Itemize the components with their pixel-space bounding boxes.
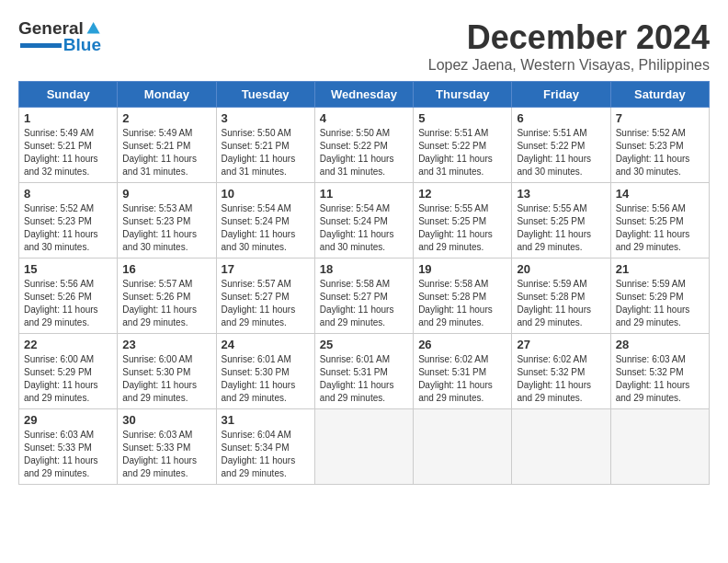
calendar-table: SundayMondayTuesdayWednesdayThursdayFrid… <box>18 81 710 485</box>
logo: General Blue <box>18 18 101 55</box>
calendar-cell: 23Sunrise: 6:00 AMSunset: 5:30 PMDayligh… <box>118 334 216 409</box>
cell-info-line: Sunset: 5:33 PM <box>24 442 112 454</box>
cell-info-line: Sunrise: 5:55 AM <box>517 202 605 215</box>
day-number: 17 <box>222 262 310 276</box>
cell-info-line: Sunrise: 5:49 AM <box>122 127 210 140</box>
cell-info-line: Sunset: 5:32 PM <box>517 366 605 379</box>
title-block: December 2024 Lopez Jaena, Western Visay… <box>428 18 710 74</box>
cell-info-line: and 29 minutes. <box>24 392 112 405</box>
cell-info-line: Sunset: 5:22 PM <box>517 140 605 153</box>
cell-info-line: Sunrise: 5:56 AM <box>616 202 704 215</box>
calendar-header-row: SundayMondayTuesdayWednesdayThursdayFrid… <box>19 82 710 108</box>
logo-blue: Blue <box>63 35 101 55</box>
day-number: 8 <box>24 187 112 201</box>
cell-info-line: Sunset: 5:21 PM <box>122 140 210 153</box>
cell-info-line: and 30 minutes. <box>320 241 408 254</box>
cell-info-line: Daylight: 11 hours <box>222 304 310 316</box>
cell-info-line: and 29 minutes. <box>616 241 704 254</box>
cell-info-line: Sunrise: 5:59 AM <box>517 278 605 291</box>
day-number: 16 <box>122 262 210 276</box>
cell-info-line: and 29 minutes. <box>517 392 605 405</box>
cell-info-line: Sunset: 5:25 PM <box>616 215 704 228</box>
day-number: 21 <box>616 262 704 276</box>
cell-info-line: Daylight: 11 hours <box>320 153 408 166</box>
cell-info-line: and 29 minutes. <box>122 467 210 480</box>
cell-info-line: Sunrise: 6:01 AM <box>320 353 408 366</box>
cell-info-line: Sunset: 5:25 PM <box>418 215 506 228</box>
cell-info-line: Sunset: 5:21 PM <box>222 140 310 153</box>
calendar-cell: 6Sunrise: 5:51 AMSunset: 5:22 PMDaylight… <box>512 108 610 183</box>
cell-info-line: Daylight: 11 hours <box>24 379 112 392</box>
cell-info-line: Sunset: 5:32 PM <box>616 366 704 379</box>
cell-info-line: and 29 minutes. <box>122 392 210 405</box>
calendar-cell: 9Sunrise: 5:53 AMSunset: 5:23 PMDaylight… <box>118 183 216 259</box>
cell-info-line: Sunset: 5:27 PM <box>222 291 310 304</box>
cell-info-line: Daylight: 11 hours <box>122 454 210 467</box>
cell-info-line: Sunset: 5:24 PM <box>222 215 310 228</box>
calendar-cell: 28Sunrise: 6:03 AMSunset: 5:32 PMDayligh… <box>610 334 709 409</box>
cell-info-line: Daylight: 11 hours <box>122 228 210 241</box>
day-number: 6 <box>517 111 605 125</box>
cell-info-line: Sunrise: 5:54 AM <box>320 202 408 215</box>
calendar-cell: 17Sunrise: 5:57 AMSunset: 5:27 PMDayligh… <box>216 259 314 334</box>
header-saturday: Saturday <box>610 82 709 108</box>
cell-info-line: and 29 minutes. <box>418 392 506 405</box>
calendar-cell: 15Sunrise: 5:56 AMSunset: 5:26 PMDayligh… <box>19 259 118 334</box>
cell-info-line: Sunrise: 5:52 AM <box>24 202 112 215</box>
cell-info-line: Sunset: 5:30 PM <box>222 366 310 379</box>
calendar-cell: 16Sunrise: 5:57 AMSunset: 5:26 PMDayligh… <box>118 259 216 334</box>
header-tuesday: Tuesday <box>216 82 314 108</box>
calendar-cell: 27Sunrise: 6:02 AMSunset: 5:32 PMDayligh… <box>512 334 610 409</box>
cell-info-line: and 29 minutes. <box>320 316 408 329</box>
header-friday: Friday <box>512 82 610 108</box>
cell-info-line: and 29 minutes. <box>24 316 112 329</box>
cell-info-line: Daylight: 11 hours <box>418 228 506 241</box>
day-number: 9 <box>122 187 210 201</box>
header-sunday: Sunday <box>19 82 118 108</box>
day-number: 29 <box>24 413 112 427</box>
cell-info-line: Sunset: 5:29 PM <box>616 291 704 304</box>
calendar-cell <box>610 409 709 485</box>
day-number: 23 <box>122 338 210 351</box>
cell-info-line: Daylight: 11 hours <box>222 228 310 241</box>
cell-info-line: and 29 minutes. <box>122 316 210 329</box>
cell-info-line: Sunset: 5:21 PM <box>24 140 112 153</box>
cell-info-line: Sunset: 5:33 PM <box>122 442 210 454</box>
calendar-cell: 11Sunrise: 5:54 AMSunset: 5:24 PMDayligh… <box>314 183 413 259</box>
day-number: 27 <box>517 338 605 351</box>
day-number: 19 <box>418 262 506 276</box>
cell-info-line: Daylight: 11 hours <box>418 379 506 392</box>
day-number: 18 <box>320 262 408 276</box>
header-monday: Monday <box>118 82 216 108</box>
cell-info-line: Daylight: 11 hours <box>320 379 408 392</box>
day-number: 14 <box>616 187 704 201</box>
cell-info-line: Sunrise: 5:58 AM <box>320 278 408 291</box>
cell-info-line: Sunset: 5:26 PM <box>24 291 112 304</box>
cell-info-line: Sunset: 5:31 PM <box>320 366 408 379</box>
cell-info-line: Sunset: 5:23 PM <box>616 140 704 153</box>
cell-info-line: Sunrise: 6:02 AM <box>517 353 605 366</box>
calendar-week-5: 29Sunrise: 6:03 AMSunset: 5:33 PMDayligh… <box>19 409 710 485</box>
cell-info-line: Daylight: 11 hours <box>517 379 605 392</box>
cell-info-line: Daylight: 11 hours <box>616 228 704 241</box>
cell-info-line: and 30 minutes. <box>517 166 605 178</box>
cell-info-line: Sunset: 5:23 PM <box>24 215 112 228</box>
day-number: 15 <box>24 262 112 276</box>
day-number: 4 <box>320 111 408 125</box>
month-year-title: December 2024 <box>428 18 710 57</box>
header-wednesday: Wednesday <box>314 82 413 108</box>
calendar-week-3: 15Sunrise: 5:56 AMSunset: 5:26 PMDayligh… <box>19 259 710 334</box>
cell-info-line: Sunset: 5:24 PM <box>320 215 408 228</box>
day-number: 7 <box>616 111 704 125</box>
cell-info-line: and 29 minutes. <box>517 241 605 254</box>
cell-info-line: and 31 minutes. <box>320 166 408 178</box>
cell-info-line: Sunrise: 6:03 AM <box>122 429 210 442</box>
day-number: 30 <box>122 413 210 427</box>
cell-info-line: Daylight: 11 hours <box>222 454 310 467</box>
day-number: 31 <box>222 413 310 427</box>
cell-info-line: Sunrise: 5:57 AM <box>222 278 310 291</box>
cell-info-line: and 30 minutes. <box>616 166 704 178</box>
calendar-cell: 21Sunrise: 5:59 AMSunset: 5:29 PMDayligh… <box>610 259 709 334</box>
day-number: 26 <box>418 338 506 351</box>
calendar-cell: 4Sunrise: 5:50 AMSunset: 5:22 PMDaylight… <box>314 108 413 183</box>
